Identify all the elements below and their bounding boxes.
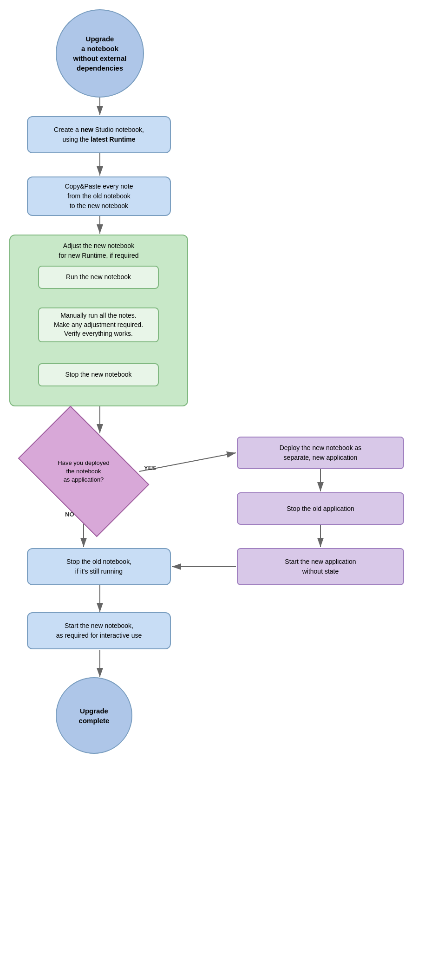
stop-notebook-box: Stop the new notebook (38, 363, 159, 386)
no-label: NO (65, 511, 74, 518)
green-group-header: Adjust the new notebookfor new Runtime, … (10, 241, 187, 261)
run-notebook-text: Run the new notebook (66, 273, 131, 282)
deployed-diamond: Have you deployedthe notebookas applicat… (28, 434, 139, 509)
start-new-app-text: Start the new application without state (285, 557, 356, 576)
manually-run-text: Manually run all the notes. Make any adj… (54, 311, 143, 339)
yes-label: YES (144, 464, 156, 471)
copy-paste-text: Copy&Paste every note from the old noteb… (65, 182, 133, 211)
stop-old-app-text: Stop the old application (287, 504, 354, 514)
stop-old-notebook-box: Stop the old notebook, if it's still run… (27, 548, 171, 585)
diamond-text: Have you deployedthe notebookas applicat… (58, 459, 109, 484)
flowchart-diagram: Upgrade a notebook without external depe… (0, 0, 431, 980)
start-circle-text: Upgrade a notebook without external depe… (73, 34, 126, 73)
deploy-text: Deploy the new notebook as separate, new… (280, 443, 362, 463)
start-new-notebook-text: Start the new notebook, as required for … (56, 621, 142, 640)
stop-old-app-box: Stop the old application (237, 492, 404, 525)
manually-run-box: Manually run all the notes. Make any adj… (38, 307, 159, 342)
deploy-box: Deploy the new notebook as separate, new… (237, 437, 404, 469)
end-circle: Upgrade complete (56, 677, 132, 754)
create-notebook-text: Create a new Studio notebook, using the … (54, 125, 144, 144)
create-notebook-box: Create a new Studio notebook, using the … (27, 116, 171, 153)
start-new-notebook-box: Start the new notebook, as required for … (27, 612, 171, 649)
copy-paste-box: Copy&Paste every note from the old noteb… (27, 176, 171, 216)
stop-notebook-text: Stop the new notebook (65, 370, 131, 379)
start-circle: Upgrade a notebook without external depe… (56, 9, 144, 98)
start-new-app-box: Start the new application without state (237, 548, 404, 585)
stop-old-notebook-text: Stop the old notebook, if it's still run… (66, 557, 131, 576)
end-circle-text: Upgrade complete (79, 706, 110, 725)
green-group: Adjust the new notebookfor new Runtime, … (9, 235, 188, 406)
run-notebook-box: Run the new notebook (38, 266, 159, 289)
